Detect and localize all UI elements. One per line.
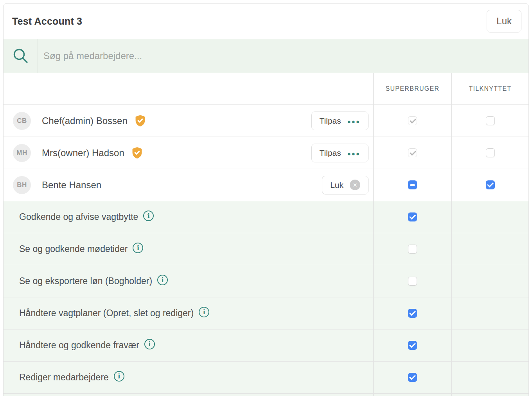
luk-row-button-label: Luk xyxy=(330,180,343,190)
superbruger-checkbox[interactable] xyxy=(408,245,417,254)
info-icon[interactable]: i xyxy=(143,211,154,221)
panel-header: Test Account 3 Luk xyxy=(4,4,528,39)
info-icon[interactable]: i xyxy=(133,243,143,253)
permission-row: Godkende og afvise vagtbytte i xyxy=(4,201,528,233)
superbruger-checkbox[interactable] xyxy=(408,148,417,157)
permission-row: Se og eksportere løn (Bogholder) i xyxy=(4,265,528,297)
column-header-superbruger: SUPERBRUGER xyxy=(386,85,440,92)
superbruger-checkbox[interactable] xyxy=(408,309,417,318)
tilpas-button-label: Tilpas xyxy=(320,116,341,126)
luk-row-button[interactable]: Luk ✕ xyxy=(322,176,368,194)
verified-shield-icon xyxy=(135,115,146,127)
employee-row: MH Mrs(owner) Hadson Tilpas ●●● xyxy=(4,137,528,169)
permission-row: Håndtere og godkende fravær i xyxy=(4,329,528,361)
permission-label: Håndtere vagtplaner (Opret, slet og redi… xyxy=(19,308,194,319)
employee-name: Mrs(owner) Hadson xyxy=(42,148,124,158)
superbruger-checkbox[interactable] xyxy=(408,180,417,189)
permission-row: Se og godkende mødetider i xyxy=(4,233,528,265)
tilpas-button-label: Tilpas xyxy=(320,148,341,158)
employee-permissions-panel: Test Account 3 Luk SUPERBRUGER TILKNYTTE… xyxy=(3,3,529,396)
employee-name: Bente Hansen xyxy=(42,180,101,191)
verified-shield-icon xyxy=(131,147,143,159)
employee-row: BH Bente Hansen Luk ✕ xyxy=(4,169,528,201)
permissions-table: SUPERBRUGER TILKNYTTET CB Chef(admin) Bo… xyxy=(4,73,528,396)
search-input[interactable] xyxy=(38,39,528,73)
close-circle-icon: ✕ xyxy=(350,180,360,190)
ellipsis-icon: ●●● xyxy=(347,149,360,157)
tilknyttet-checkbox[interactable] xyxy=(486,116,495,125)
tilpas-button[interactable]: Tilpas ●●● xyxy=(311,144,368,162)
avatar: MH xyxy=(13,144,31,162)
superbruger-checkbox[interactable] xyxy=(408,341,417,350)
info-icon[interactable]: i xyxy=(114,371,124,382)
ellipsis-icon: ●●● xyxy=(347,117,360,124)
search-icon xyxy=(4,39,38,73)
info-icon[interactable]: i xyxy=(157,275,168,285)
tilknyttet-checkbox[interactable] xyxy=(486,148,495,157)
page-title: Test Account 3 xyxy=(12,16,82,27)
table-header-row: SUPERBRUGER TILKNYTTET xyxy=(4,73,528,104)
superbruger-checkbox[interactable] xyxy=(408,116,417,125)
permission-row-clipped xyxy=(4,393,528,396)
superbruger-checkbox[interactable] xyxy=(408,373,417,382)
employee-name: Chef(admin) Bossen xyxy=(42,115,128,126)
permission-label: Se og eksportere løn (Bogholder) xyxy=(19,276,152,286)
column-header-tilknyttet: TILKNYTTET xyxy=(469,85,511,92)
avatar: CB xyxy=(13,112,31,130)
tilknyttet-checkbox[interactable] xyxy=(486,180,495,189)
permission-row: Håndtere vagtplaner (Opret, slet og redi… xyxy=(4,297,528,329)
info-icon[interactable]: i xyxy=(144,339,155,349)
permission-label: Rediger medarbejdere xyxy=(19,372,109,383)
tilpas-button[interactable]: Tilpas ●●● xyxy=(311,112,368,130)
info-icon[interactable]: i xyxy=(199,307,209,317)
close-button[interactable]: Luk xyxy=(487,10,521,32)
permission-label: Håndtere og godkende fravær xyxy=(19,340,139,351)
search-bar xyxy=(4,39,528,73)
superbruger-checkbox[interactable] xyxy=(408,277,417,286)
superbruger-checkbox[interactable] xyxy=(408,212,417,221)
permission-row: Rediger medarbejdere i xyxy=(4,361,528,393)
avatar: BH xyxy=(13,176,31,194)
permission-label: Godkende og afvise vagtbytte xyxy=(19,212,138,222)
permission-label: Se og godkende mødetider xyxy=(19,244,128,254)
employee-row: CB Chef(admin) Bossen Tilpas ●●● xyxy=(4,104,528,137)
